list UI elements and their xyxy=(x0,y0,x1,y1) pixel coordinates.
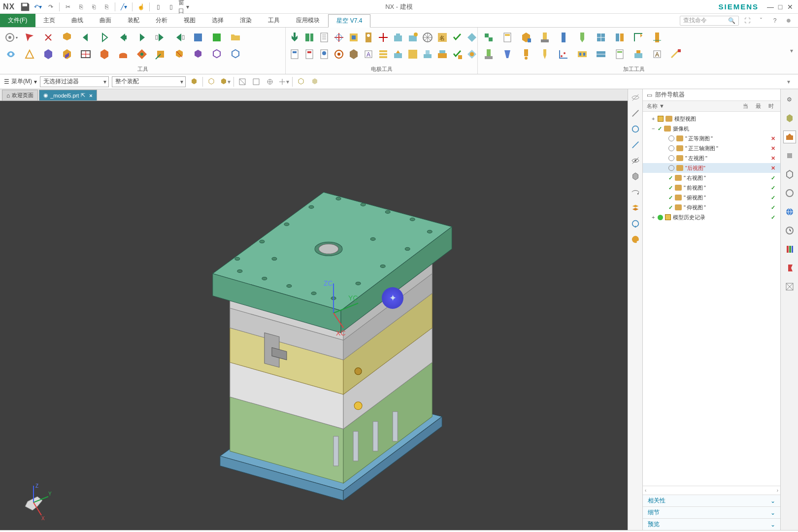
resbar-hd3d-icon[interactable] xyxy=(783,187,796,200)
view-ring-icon[interactable] xyxy=(630,218,641,229)
elec-icon-b10[interactable] xyxy=(422,46,433,62)
elec-icon-b7[interactable] xyxy=(377,46,389,62)
mach-icon-b3[interactable] xyxy=(518,46,534,62)
tool-arrow-left[interactable] xyxy=(78,30,94,45)
elec-icon-4[interactable] xyxy=(333,30,345,45)
rotate-widget-icon[interactable]: ✦ xyxy=(382,287,403,309)
elec-icon-b4[interactable] xyxy=(333,46,345,62)
fullscreen-icon[interactable]: ⛶ xyxy=(742,15,753,26)
accordion-preview[interactable]: 预览⌄ xyxy=(643,518,780,530)
view-circle-icon[interactable] xyxy=(630,124,641,134)
tool-icon-4[interactable] xyxy=(59,30,75,45)
layout1-icon[interactable]: ▯ xyxy=(153,1,164,12)
view-box-icon[interactable] xyxy=(630,171,641,182)
tree-cam-top[interactable]: ✓"俯视图" ✓ xyxy=(643,193,780,202)
elec-icon-b13[interactable] xyxy=(466,46,478,62)
tool-folder-icon[interactable] xyxy=(228,30,243,45)
mach-icon-7[interactable] xyxy=(593,30,609,45)
elec-icon-b2[interactable] xyxy=(303,46,315,62)
tab-view[interactable]: 视图 xyxy=(176,14,204,27)
cut-icon[interactable]: ✂ xyxy=(63,1,73,12)
tool-arrow-right-outline[interactable] xyxy=(97,30,112,45)
close-button[interactable]: ✕ xyxy=(785,2,795,12)
ribbon-overflow[interactable]: ▾ xyxy=(790,28,798,74)
resbar-palette-icon[interactable] xyxy=(783,243,796,256)
elec-icon-12[interactable] xyxy=(451,30,463,45)
mach-icon-b8[interactable] xyxy=(612,46,628,62)
elec-icon-9[interactable] xyxy=(407,30,419,45)
tool-arrow-box-l[interactable] xyxy=(171,30,187,45)
tab-assembly[interactable]: 装配 xyxy=(120,14,148,27)
status-dot-icon[interactable]: ● xyxy=(783,15,794,26)
view-eye-arrow-icon[interactable] xyxy=(630,187,641,198)
mach-icon-b6[interactable] xyxy=(574,46,590,62)
elec-icon-1[interactable] xyxy=(289,30,300,45)
help-icon[interactable]: ? xyxy=(769,15,780,26)
tool-icon-b5[interactable] xyxy=(78,46,94,62)
elec-icon-b9[interactable] xyxy=(407,46,419,62)
resbar-part-nav-icon[interactable] xyxy=(783,112,796,125)
tool-icon-b2[interactable] xyxy=(22,46,37,62)
resbar-gear-icon[interactable]: ⚙ xyxy=(783,93,796,106)
tree-cameras[interactable]: −✓摄像机 xyxy=(643,124,780,133)
tool-icon-b10[interactable] xyxy=(171,46,187,62)
elec-icon-b1[interactable] xyxy=(289,46,300,62)
tab-welcome[interactable]: ⌂欢迎页面 xyxy=(2,90,38,100)
selbar-icon-6[interactable] xyxy=(265,76,275,87)
paste2-icon[interactable]: ⎘ xyxy=(101,1,112,12)
resbar-assembly-nav-icon[interactable] xyxy=(783,131,796,143)
graphics-viewport[interactable]: ZC YC XC ✦ Z Y X xyxy=(0,101,628,530)
mach-icon-b1[interactable] xyxy=(481,46,497,62)
tab-surface[interactable]: 曲面 xyxy=(92,14,120,27)
selbar-icon-8[interactable] xyxy=(296,76,306,87)
mach-icon-9[interactable] xyxy=(631,30,646,45)
accordion-dependency[interactable]: 相关性⌄ xyxy=(643,495,780,506)
tree-cam-back[interactable]: "后视图" ✕ xyxy=(643,163,780,173)
tool-icon-b13[interactable] xyxy=(228,46,243,62)
elec-icon-b12[interactable] xyxy=(451,46,463,62)
tree-hscroll[interactable]: ‹› xyxy=(643,486,780,495)
selbar-icon-2[interactable] xyxy=(206,76,217,87)
tab-home[interactable]: 主页 xyxy=(35,14,64,27)
resbar-roles-icon[interactable] xyxy=(783,262,796,274)
window-dropdown[interactable]: 窗口▾ xyxy=(178,1,189,12)
tool-icon-3[interactable] xyxy=(40,30,56,45)
elec-icon-3[interactable] xyxy=(318,30,330,45)
tool-icon-1[interactable]: ▾ xyxy=(3,30,19,45)
assembly-filter-combo[interactable]: 整个装配 xyxy=(112,76,186,87)
tree-cam-front[interactable]: ✓"前视图" ✓ xyxy=(643,183,780,193)
maximize-button[interactable]: □ xyxy=(775,2,785,12)
mach-icon-b7[interactable] xyxy=(593,46,609,62)
view-layers-icon[interactable] xyxy=(630,202,641,213)
tool-arrow-right[interactable] xyxy=(134,30,150,45)
mach-icon-10[interactable] xyxy=(649,30,665,45)
paste-icon[interactable]: ⎗ xyxy=(88,1,99,12)
tool-sheet-icon[interactable] xyxy=(190,30,206,45)
mach-icon-2[interactable] xyxy=(499,30,515,45)
tab-model5[interactable]: ◉_model5.prt⇱× xyxy=(39,90,97,100)
tool-icon-b12[interactable] xyxy=(209,46,225,62)
tab-application[interactable]: 应用模块 xyxy=(288,14,328,27)
elec-icon-5[interactable] xyxy=(348,30,360,45)
selbar-icon-9[interactable] xyxy=(309,76,320,87)
elec-icon-6[interactable] xyxy=(363,30,374,45)
view-palette-icon[interactable] xyxy=(630,234,641,245)
elec-icon-11[interactable]: 名 xyxy=(436,30,448,45)
mach-icon-b4[interactable] xyxy=(537,46,553,62)
elec-icon-8[interactable] xyxy=(392,30,404,45)
elec-icon-2[interactable] xyxy=(303,30,315,45)
mach-icon-8[interactable] xyxy=(612,30,628,45)
selbar-overflow[interactable]: ▾ xyxy=(783,76,794,87)
sketch-icon[interactable]: ╱▾ xyxy=(118,1,129,12)
view-line2-icon[interactable] xyxy=(630,139,641,150)
resbar-history-icon[interactable] xyxy=(783,224,796,237)
elec-icon-b11[interactable] xyxy=(436,46,448,62)
copy-icon[interactable]: ⎘ xyxy=(75,1,86,12)
accordion-details[interactable]: 细节⌄ xyxy=(643,506,780,518)
mach-icon-b10[interactable]: A xyxy=(649,46,665,62)
tool-icon-b9[interactable] xyxy=(153,46,168,62)
mach-icon-b11[interactable] xyxy=(668,46,684,62)
elec-icon-b5[interactable] xyxy=(348,46,360,62)
view-line-icon[interactable] xyxy=(630,108,641,119)
tree-cam-left[interactable]: "左视图" ✕ xyxy=(643,153,780,163)
